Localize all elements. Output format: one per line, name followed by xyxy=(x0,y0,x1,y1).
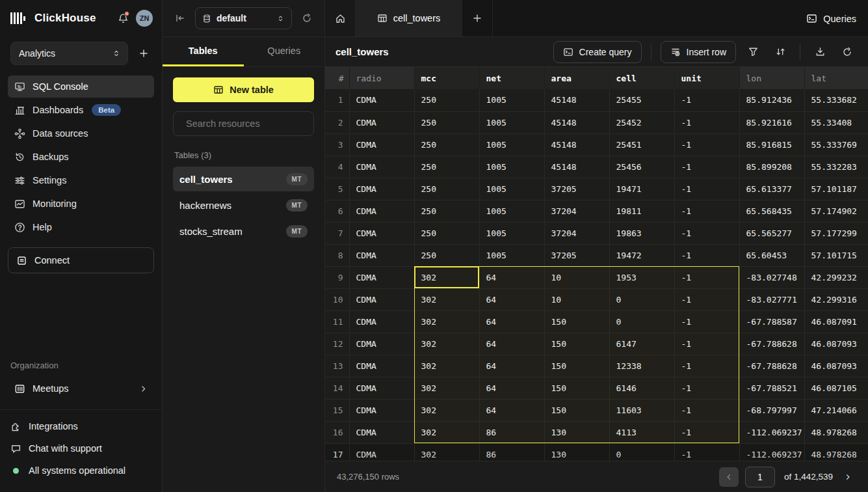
data-cell[interactable]: 0 xyxy=(609,288,674,310)
data-cell[interactable]: 302 xyxy=(414,421,479,443)
data-cell[interactable]: 250 xyxy=(414,89,479,111)
data-cell[interactable]: 57.177299 xyxy=(804,222,868,244)
data-cell[interactable]: 6146 xyxy=(609,377,674,399)
tab-tables[interactable]: Tables xyxy=(163,37,244,66)
data-cell[interactable]: CDMA xyxy=(349,443,414,461)
data-cell[interactable]: 57.101187 xyxy=(804,178,868,200)
data-cell[interactable]: 1005 xyxy=(479,244,544,266)
data-cell[interactable]: 1005 xyxy=(479,89,544,111)
column-header[interactable]: lon xyxy=(739,67,804,89)
data-cell[interactable]: 1005 xyxy=(479,111,544,133)
data-cell[interactable]: -112.069237 xyxy=(739,421,804,443)
column-header[interactable]: lat xyxy=(804,67,868,89)
sidebar-item-monitoring[interactable]: Monitoring xyxy=(8,193,154,215)
system-status[interactable]: All systems operational xyxy=(10,461,151,480)
add-workspace-button[interactable] xyxy=(136,46,151,61)
data-cell[interactable]: 250 xyxy=(414,133,479,156)
data-cell[interactable]: 10 xyxy=(544,288,609,310)
data-cell[interactable]: -67.788628 xyxy=(739,355,804,377)
data-cell[interactable]: 64 xyxy=(479,355,544,377)
row-number-cell[interactable]: 5 xyxy=(325,178,349,200)
data-cell[interactable]: -1 xyxy=(674,355,739,377)
column-header[interactable]: net xyxy=(479,67,544,89)
data-cell[interactable]: 1005 xyxy=(479,200,544,222)
database-select[interactable]: default xyxy=(195,7,292,29)
data-cell[interactable]: 85.899208 xyxy=(739,156,804,178)
row-number-cell[interactable]: 9 xyxy=(325,266,349,288)
row-number-cell[interactable]: 4 xyxy=(325,156,349,178)
data-cell[interactable]: 55.333682 xyxy=(804,89,868,111)
data-cell[interactable]: CDMA xyxy=(349,377,414,399)
data-cell[interactable]: CDMA xyxy=(349,178,414,200)
data-cell[interactable]: CDMA xyxy=(349,266,414,288)
data-cell[interactable]: 86 xyxy=(479,421,544,443)
data-cell[interactable]: 64 xyxy=(479,310,544,333)
new-tab-button[interactable] xyxy=(462,0,493,36)
data-cell[interactable]: 48.978268 xyxy=(804,443,868,461)
data-cell[interactable]: -1 xyxy=(674,111,739,133)
data-cell[interactable]: 57.174902 xyxy=(804,200,868,222)
data-cell[interactable]: 19811 xyxy=(609,200,674,222)
data-cell[interactable]: -1 xyxy=(674,288,739,310)
row-number-cell[interactable]: 8 xyxy=(325,244,349,266)
data-cell[interactable]: CDMA xyxy=(349,399,414,421)
data-cell[interactable]: -67.788521 xyxy=(739,377,804,399)
data-cell[interactable]: 55.333769 xyxy=(804,133,868,156)
data-cell[interactable]: 150 xyxy=(544,310,609,333)
row-number-cell[interactable]: 1 xyxy=(325,89,349,111)
table-list-item[interactable]: cell_towersMT xyxy=(173,167,314,191)
data-cell[interactable]: 1005 xyxy=(479,222,544,244)
data-cell[interactable]: 302 xyxy=(414,355,479,377)
sidebar-item-meetups[interactable]: Meetups xyxy=(8,377,154,400)
data-cell[interactable]: 130 xyxy=(544,421,609,443)
data-cell[interactable]: -83.027771 xyxy=(739,288,804,310)
download-button[interactable] xyxy=(809,42,830,62)
data-cell[interactable]: 85.912436 xyxy=(739,89,804,111)
data-cell[interactable]: -1 xyxy=(674,443,739,461)
connect-button[interactable]: Connect xyxy=(8,247,154,273)
home-tab-button[interactable] xyxy=(325,0,356,36)
data-cell[interactable]: 55.33408 xyxy=(804,111,868,133)
data-cell[interactable]: 45148 xyxy=(544,133,609,156)
data-cell[interactable]: -1 xyxy=(674,421,739,443)
data-cell[interactable]: 302 xyxy=(414,333,479,355)
data-cell[interactable]: 85.916815 xyxy=(739,133,804,156)
data-cell[interactable]: 64 xyxy=(479,333,544,355)
data-cell[interactable]: 37204 xyxy=(544,222,609,244)
data-cell[interactable]: 150 xyxy=(544,399,609,421)
data-cell[interactable]: 302 xyxy=(414,310,479,333)
data-cell[interactable]: 42.299316 xyxy=(804,288,868,310)
data-cell[interactable]: CDMA xyxy=(349,244,414,266)
refresh-tables-button[interactable] xyxy=(298,10,315,27)
column-header[interactable]: unit xyxy=(674,67,739,89)
data-cell[interactable]: -1 xyxy=(674,178,739,200)
data-cell[interactable]: 47.214066 xyxy=(804,399,868,421)
data-cell[interactable]: 55.332283 xyxy=(804,156,868,178)
table-list-item[interactable]: hackernewsMT xyxy=(173,193,314,217)
data-cell[interactable]: 150 xyxy=(544,333,609,355)
data-cell[interactable]: -1 xyxy=(674,266,739,288)
row-number-cell[interactable]: 6 xyxy=(325,200,349,222)
data-cell[interactable]: CDMA xyxy=(349,133,414,156)
data-cell[interactable]: 37205 xyxy=(544,244,609,266)
data-cell[interactable]: 0 xyxy=(609,443,674,461)
sidebar-item-chat-support[interactable]: Chat with support xyxy=(10,439,151,458)
data-cell[interactable]: 46.087105 xyxy=(804,377,868,399)
data-cell[interactable]: -1 xyxy=(674,310,739,333)
data-cell[interactable]: 65.60453 xyxy=(739,244,804,266)
data-cell[interactable]: CDMA xyxy=(349,89,414,111)
data-cell[interactable]: 150 xyxy=(544,355,609,377)
data-cell[interactable]: -1 xyxy=(674,89,739,111)
data-cell[interactable]: -1 xyxy=(674,133,739,156)
data-cell[interactable]: 250 xyxy=(414,156,479,178)
data-cell[interactable]: 19472 xyxy=(609,244,674,266)
search-input[interactable] xyxy=(186,118,308,129)
row-number-cell[interactable]: 14 xyxy=(325,377,349,399)
data-cell[interactable]: 46.087093 xyxy=(804,333,868,355)
data-cell[interactable]: CDMA xyxy=(349,421,414,443)
new-table-button[interactable]: New table xyxy=(173,77,314,102)
data-cell[interactable]: -68.797997 xyxy=(739,399,804,421)
column-header[interactable]: area xyxy=(544,67,609,89)
data-cell[interactable]: 46.087093 xyxy=(804,355,868,377)
data-cell[interactable]: 45148 xyxy=(544,89,609,111)
